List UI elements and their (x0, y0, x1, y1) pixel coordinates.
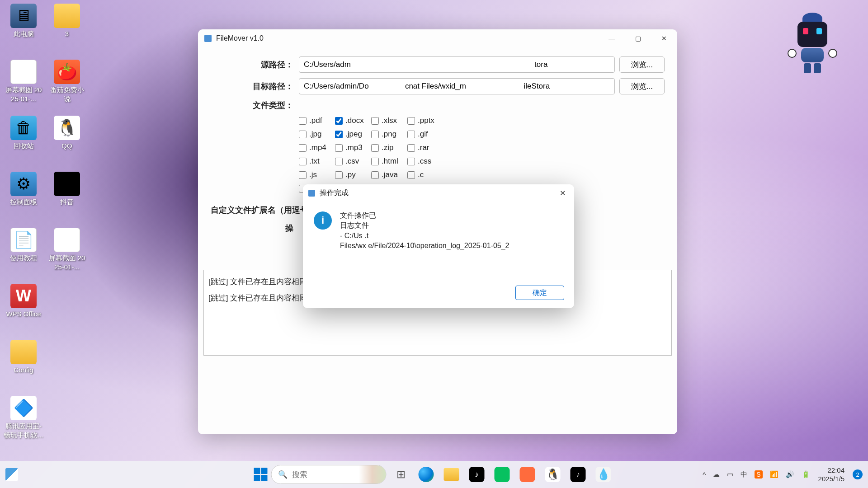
filetype-checkbox[interactable]: .zip (371, 143, 407, 152)
desktop-icon[interactable]: ⚙控制面板 (4, 172, 43, 226)
source-label: 源路径： (211, 59, 299, 70)
desktop-icon[interactable]: 🗑回收站 (4, 116, 43, 170)
dialog-title: 操作完成 (320, 188, 349, 198)
desktop-icon[interactable]: Config (4, 340, 43, 394)
dialog-icon (308, 190, 315, 197)
desktop-icon[interactable]: 🔷腾讯应用宝-畅玩手机软... (4, 396, 43, 450)
titlebar[interactable]: FileMover v1.0 ― ▢ ✕ (198, 29, 677, 47)
clock[interactable]: 22:04 2025/1/5 (818, 466, 844, 483)
filetype-checkbox[interactable]: .jpeg (335, 130, 371, 139)
desktop-icon[interactable]: WWPS Office (4, 284, 43, 338)
notification-badge[interactable]: 2 (853, 469, 863, 479)
source-input[interactable] (299, 56, 615, 73)
completion-dialog: 操作完成 ✕ i 文件操作已日志文件 - C:/Us .tFiles/wx e/… (303, 184, 574, 308)
explorer-app[interactable] (444, 468, 459, 481)
filetype-checkbox[interactable]: .pptx (407, 116, 443, 125)
ime-icon[interactable]: 中 (741, 470, 747, 479)
filetype-checkbox[interactable]: .js (299, 170, 335, 179)
browse-source-button[interactable]: 浏览... (619, 56, 665, 73)
desktop-icon[interactable]: 屏幕截图 2025-01-... (4, 60, 43, 114)
filetype-checkbox[interactable]: .py (335, 170, 371, 179)
filemover-app[interactable]: 💧 (596, 467, 611, 482)
search-placeholder: 搜索 (292, 469, 307, 480)
filetype-checkbox[interactable]: .jpg (299, 130, 335, 139)
tiktok-app[interactable]: ♪ (469, 467, 485, 482)
filetype-checkbox[interactable]: .xlsx (371, 116, 407, 125)
desktop-icons: 🖥此电脑3屏幕截图 2025-01-...🍅番茄免费小说🗑回收站🐧QQ⚙控制面板… (4, 4, 90, 450)
app-icon (204, 35, 212, 42)
filetype-checkbox[interactable]: .mp3 (335, 143, 371, 152)
douyin-app[interactable]: ♪ (571, 467, 586, 482)
filetype-checkbox[interactable]: .rar (407, 143, 443, 152)
taskview-button[interactable]: ⊞ (390, 464, 412, 485)
desktop-icon[interactable]: 📄使用教程 (4, 228, 43, 282)
start-button[interactable] (254, 468, 268, 481)
browse-target-button[interactable]: 浏览... (619, 78, 665, 94)
filetype-checkbox[interactable]: .mp4 (299, 143, 335, 152)
wifi-icon[interactable]: 📶 (770, 470, 778, 479)
dialog-message: 文件操作已日志文件 - C:/Us .tFiles/wx e/File/2024… (340, 211, 509, 251)
device-icon[interactable]: ▭ (727, 470, 733, 479)
filetype-checkbox[interactable]: .pdf (299, 116, 335, 125)
dialog-close-button[interactable]: ✕ (551, 184, 574, 202)
filetype-checkbox[interactable]: .png (371, 130, 407, 139)
volume-icon[interactable]: 🔊 (786, 470, 794, 479)
desktop-icon[interactable]: 🍅番茄免费小说 (47, 60, 87, 114)
filetype-checkbox[interactable]: .c (407, 170, 443, 179)
target-label: 目标路径： (211, 81, 299, 92)
filetype-checkbox[interactable]: .java (371, 170, 407, 179)
desktop-icon[interactable]: 屏幕截图 2025-01-... (47, 228, 87, 282)
search-icon: 🔍 (278, 470, 288, 479)
widgets-button[interactable] (5, 468, 18, 481)
onedrive-icon[interactable]: ☁ (713, 470, 720, 479)
desktop-icon[interactable]: 🐧QQ (47, 116, 87, 170)
target-input[interactable] (299, 78, 615, 94)
system-tray[interactable]: ^ ☁ ▭ 中 S 📶 🔊 🔋 (703, 470, 810, 479)
taskbar: 🔍 搜索 ⊞ ♪ 🐧 ♪ 💧 ^ ☁ ▭ 中 S 📶 🔊 🔋 22:04 202… (0, 461, 868, 488)
filetype-grid: .pdf .docx .xlsx .pptx .jpg .jpeg .png .… (299, 116, 665, 193)
filetype-checkbox[interactable]: .gif (407, 130, 443, 139)
edge-app[interactable] (419, 467, 434, 482)
operation-label: 操 (211, 223, 299, 234)
search-decoration (359, 465, 386, 483)
dialog-ok-button[interactable]: 确定 (515, 286, 564, 300)
minimize-button[interactable]: ― (599, 29, 625, 47)
filetype-checkbox[interactable]: .css (407, 157, 443, 166)
wechat-app[interactable] (495, 467, 510, 482)
desktop-icon[interactable]: 🖥此电脑 (4, 4, 43, 58)
sogou-icon[interactable]: S (755, 470, 762, 479)
assistant-mascot[interactable] (788, 9, 837, 81)
filetype-checkbox[interactable]: .html (371, 157, 407, 166)
filetype-checkbox[interactable]: .txt (299, 157, 335, 166)
close-button[interactable]: ✕ (651, 29, 677, 47)
info-icon: i (314, 211, 332, 230)
maximize-button[interactable]: ▢ (625, 29, 651, 47)
window-title: FileMover v1.0 (216, 34, 264, 42)
filetype-label: 文件类型： (211, 100, 299, 111)
custom-ext-label: 自定义文件扩展名（用逗号 (211, 205, 313, 216)
qq-app[interactable]: 🐧 (545, 467, 561, 482)
chevron-up-icon[interactable]: ^ (703, 471, 706, 479)
tomato-app[interactable] (520, 467, 535, 482)
filetype-checkbox[interactable]: .docx (335, 116, 371, 125)
search-box[interactable]: 🔍 搜索 (271, 465, 387, 484)
desktop-icon[interactable]: 3 (47, 4, 87, 58)
battery-icon[interactable]: 🔋 (802, 470, 810, 479)
dialog-titlebar[interactable]: 操作完成 (303, 184, 574, 202)
filetype-checkbox[interactable]: .csv (335, 157, 371, 166)
desktop-icon[interactable]: ♪抖音 (47, 172, 87, 226)
